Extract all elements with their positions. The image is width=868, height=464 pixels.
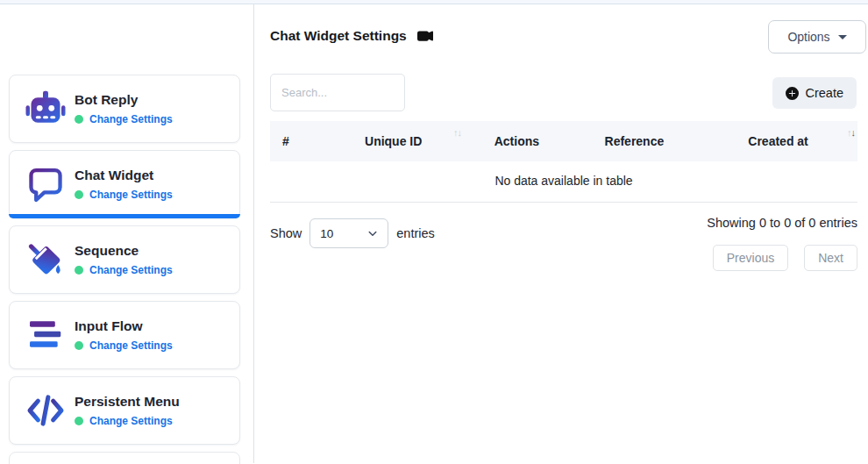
page-size-select[interactable]: 10 (309, 218, 388, 248)
page-wrapper: Bot Reply Change Settings Chat Widget (0, 4, 868, 463)
pagination-area: Showing 0 to 0 of 0 entries Previous Nex… (707, 216, 857, 271)
entries-summary: Showing 0 to 0 of 0 entries (707, 216, 857, 230)
caret-down-icon (838, 35, 847, 39)
sort-icon[interactable]: ↑↓ (847, 127, 855, 138)
previous-button[interactable]: Previous (713, 245, 788, 271)
status-dot (75, 266, 83, 275)
column-header-unique-id[interactable]: Unique ID ↑↓ (323, 121, 464, 161)
page-title: Chat Widget Settings (270, 28, 407, 44)
active-indicator-bar (9, 214, 240, 218)
sort-icon[interactable]: ↑↓ (453, 127, 461, 138)
column-header-index[interactable]: # (270, 121, 323, 161)
robot-icon (25, 88, 67, 130)
create-button[interactable]: Create (772, 77, 857, 109)
table-header-row: # Unique ID ↑↓ Actions Reference Created… (270, 121, 857, 161)
table-toolbar: Create (270, 74, 868, 111)
empty-row: No data available in table (270, 161, 857, 203)
options-label: Options (787, 30, 829, 44)
bars-icon (25, 314, 67, 356)
chat-bubble-icon (25, 163, 67, 205)
sidebar-card-bot-reply[interactable]: Bot Reply Change Settings (9, 75, 240, 143)
status-dot (75, 115, 83, 124)
change-settings-link[interactable]: Change Settings (89, 415, 173, 427)
card-title: Chat Widget (75, 168, 173, 183)
status-dot (75, 341, 83, 350)
column-header-actions[interactable]: Actions (464, 121, 570, 161)
sidebar-card-input-flow[interactable]: Input Flow Change Settings (9, 301, 240, 369)
change-settings-link[interactable]: Change Settings (89, 339, 173, 352)
sidebar-card-sequence[interactable]: Sequence Change Settings (9, 225, 240, 294)
card-title: Persistent Menu (75, 394, 180, 410)
entries-label: entries (396, 226, 435, 240)
options-dropdown-button[interactable]: Options (768, 20, 866, 54)
change-settings-link[interactable]: Change Settings (89, 113, 173, 125)
column-header-reference[interactable]: Reference (570, 121, 699, 161)
show-label: Show (270, 226, 302, 240)
page-size-value: 10 (320, 227, 333, 240)
page-size-group: Show 10 entries (270, 218, 435, 248)
change-settings-link[interactable]: Change Settings (89, 189, 173, 201)
chevron-down-icon (367, 228, 378, 239)
sidebar-card-chat-widget[interactable]: Chat Widget Change Settings (9, 150, 240, 218)
code-icon (25, 389, 67, 432)
sidebar-card-persistent-menu[interactable]: Persistent Menu Change Settings (9, 376, 240, 445)
sidebar-card-partial[interactable] (9, 452, 240, 464)
empty-message: No data available in table (270, 161, 857, 203)
card-title: Sequence (75, 243, 173, 259)
column-header-created-at[interactable]: Created at ↑↓ (699, 121, 857, 161)
table-controls: Show 10 entries Showing 0 to 0 of 0 entr… (270, 216, 857, 271)
change-settings-link[interactable]: Change Settings (89, 264, 173, 276)
status-dot (75, 190, 83, 199)
status-dot (75, 417, 83, 425)
plus-circle-icon (786, 87, 799, 100)
next-button[interactable]: Next (804, 245, 857, 271)
search-input[interactable] (270, 74, 405, 111)
card-title: Input Flow (75, 318, 173, 334)
pager: Previous Next (713, 245, 857, 271)
card-title: Bot Reply (75, 92, 173, 108)
settings-sidebar: Bot Reply Change Settings Chat Widget (0, 4, 254, 463)
camera-video-icon (417, 28, 433, 44)
create-label: Create (805, 86, 843, 100)
data-table: # Unique ID ↑↓ Actions Reference Created… (270, 121, 857, 203)
paint-bucket-icon (25, 239, 67, 281)
main-panel: Chat Widget Settings Options Create (254, 4, 868, 463)
